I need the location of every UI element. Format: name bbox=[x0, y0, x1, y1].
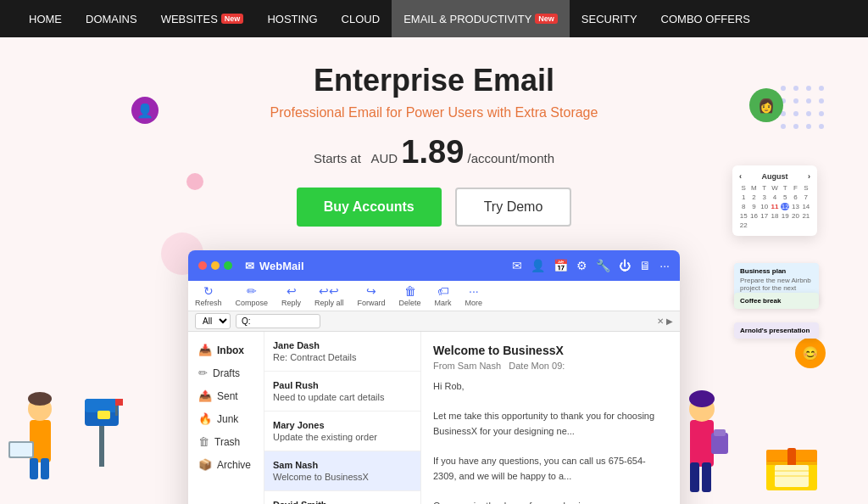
nav-websites[interactable]: WEBSITES New bbox=[149, 0, 256, 37]
avatar-purple: 👤 bbox=[131, 97, 159, 124]
svg-point-1 bbox=[793, 86, 798, 91]
hero-title: Enterprise Email bbox=[17, 63, 851, 98]
nav-home[interactable]: HOME bbox=[17, 0, 74, 37]
svg-rect-26 bbox=[97, 411, 110, 419]
webmail-icon: ✉ bbox=[245, 260, 254, 272]
cta-buttons: Buy Accounts Try Demo bbox=[17, 188, 851, 227]
price-amount: 1.89 bbox=[401, 134, 464, 170]
email-item-4[interactable]: David Smith bbox=[264, 491, 420, 504]
nav-combo-offers[interactable]: COMBO OFFERS bbox=[649, 0, 762, 37]
nav-security[interactable]: SECURITY bbox=[570, 0, 649, 37]
sender-name: Mary Jones bbox=[273, 420, 412, 430]
mark-icon: 🏷 bbox=[437, 284, 449, 298]
sender-name: Jane Dash bbox=[273, 340, 412, 350]
sender-name: Sam Nash bbox=[273, 460, 412, 470]
inbox-icon: 📥 bbox=[198, 344, 212, 356]
search-input[interactable] bbox=[236, 314, 320, 328]
svg-rect-25 bbox=[85, 399, 119, 412]
email-item-2[interactable]: Mary Jones Update the existing order bbox=[264, 412, 420, 451]
svg-rect-32 bbox=[690, 462, 699, 492]
email-item-1[interactable]: Paul Rush Need to update cart details bbox=[264, 372, 420, 412]
gift-illustration bbox=[762, 441, 821, 496]
cal-next[interactable]: › bbox=[808, 172, 810, 181]
more-icon: ··· bbox=[659, 259, 670, 272]
person-left-illustration bbox=[8, 373, 81, 487]
titlebar: ✉ WebMail ✉ 👤 📅 ⚙ 🔧 ⏻ 🖥 ··· bbox=[188, 250, 680, 281]
svg-point-10 bbox=[806, 111, 811, 116]
email-body: Hi Rob, Let me take this opportunity to … bbox=[433, 379, 668, 504]
nav-domains[interactable]: DOMAINS bbox=[74, 0, 149, 37]
titlebar-icons: ✉ 👤 📅 ⚙ 🔧 ⏻ 🖥 ··· bbox=[512, 259, 670, 272]
cal-prev[interactable]: ‹ bbox=[739, 172, 742, 181]
sidebar-trash[interactable]: 🗑 Trash bbox=[188, 430, 264, 453]
websites-badge: New bbox=[221, 14, 244, 24]
svg-rect-22 bbox=[10, 443, 32, 456]
nav-hosting[interactable]: HOSTING bbox=[255, 0, 329, 37]
mail-body: 📥 Inbox ✏ Drafts 📤 Sent 🔥 Junk bbox=[188, 332, 680, 504]
sidebar-junk[interactable]: 🔥 Junk bbox=[188, 407, 264, 430]
email-subject: Need to update cart details bbox=[273, 392, 412, 402]
svg-point-15 bbox=[819, 124, 824, 129]
email-content-meta: From Sam Nash Date Mon 09: bbox=[433, 361, 668, 371]
avatar-green: 👩 bbox=[749, 88, 783, 122]
email-subject: Update the existing order bbox=[273, 432, 412, 442]
nav-email-productivity[interactable]: EMAIL & PRODUCTIVITY New bbox=[392, 0, 570, 37]
search-bar: All ✕ ▶ bbox=[188, 311, 680, 332]
forward-btn[interactable]: ↪ Forward bbox=[358, 284, 386, 307]
try-demo-button[interactable]: Try Demo bbox=[455, 188, 572, 227]
dot-red bbox=[198, 261, 207, 270]
svg-rect-23 bbox=[99, 424, 104, 467]
email-item-0[interactable]: Jane Dash Re: Contract Details bbox=[264, 332, 420, 372]
mark-btn[interactable]: 🏷 Mark bbox=[435, 284, 452, 307]
sidebar-inbox[interactable]: 📥 Inbox bbox=[188, 339, 264, 361]
svg-point-3 bbox=[819, 86, 824, 91]
email-date: Mon 09: bbox=[531, 361, 565, 371]
reply-all-btn[interactable]: ↩↩ Reply all bbox=[314, 284, 344, 307]
svg-rect-29 bbox=[690, 420, 714, 467]
compose-btn[interactable]: ✏ Compose bbox=[236, 284, 269, 307]
mail-toolbar: ↻ Refresh ✏ Compose ↩ Reply ↩↩ Reply all… bbox=[188, 281, 680, 311]
dot-green bbox=[224, 261, 232, 270]
svg-point-5 bbox=[793, 98, 798, 104]
forward-icon: ↪ bbox=[366, 284, 376, 298]
svg-point-6 bbox=[806, 98, 811, 104]
buy-accounts-button[interactable]: Buy Accounts bbox=[297, 188, 442, 227]
search-close[interactable]: ✕ ▶ bbox=[657, 316, 673, 326]
sent-icon: 📤 bbox=[198, 389, 212, 402]
nav-cloud[interactable]: CLOUD bbox=[330, 0, 392, 37]
refresh-btn[interactable]: ↻ Refresh bbox=[195, 284, 222, 307]
navbar: HOME DOMAINS WEBSITES New HOSTING CLOUD … bbox=[0, 0, 868, 37]
sidebar-sent[interactable]: 📤 Sent bbox=[188, 384, 264, 407]
svg-rect-19 bbox=[30, 458, 38, 479]
delete-btn[interactable]: 🗑 Delete bbox=[399, 284, 421, 307]
dots-decoration bbox=[775, 80, 834, 143]
email-content-subject: Welcome to BusinessX bbox=[433, 344, 668, 357]
compose-icon: ✏ bbox=[247, 284, 257, 298]
email-item-3[interactable]: Sam Nash Welcome to BusinessX bbox=[264, 451, 420, 491]
email-badge: New bbox=[535, 14, 558, 24]
calendar-icon: 📅 bbox=[554, 259, 568, 272]
reply-icon: ↩ bbox=[287, 284, 297, 298]
titlebar-label: ✉ WebMail bbox=[245, 260, 304, 272]
deco-pink bbox=[186, 173, 203, 190]
svg-point-0 bbox=[781, 86, 786, 91]
calendar-widget: ‹ August › S M T W T F S 1 2 3 4 5 6 7 8… bbox=[732, 165, 817, 236]
svg-point-12 bbox=[781, 124, 786, 129]
reply-btn[interactable]: ↩ Reply bbox=[281, 284, 301, 307]
email-subject: Re: Contract Details bbox=[273, 352, 412, 362]
svg-point-13 bbox=[793, 124, 798, 129]
svg-point-18 bbox=[28, 392, 52, 406]
sidebar-archive[interactable]: 📦 Archive bbox=[188, 453, 264, 476]
svg-point-9 bbox=[793, 111, 798, 116]
calendar-header: ‹ August › bbox=[739, 172, 810, 181]
settings-icon: ⚙ bbox=[576, 259, 587, 272]
archive-icon: 📦 bbox=[198, 458, 212, 471]
sidebar-drafts[interactable]: ✏ Drafts bbox=[188, 361, 264, 384]
starts-at: Starts at bbox=[314, 151, 361, 165]
svg-point-2 bbox=[806, 86, 811, 91]
from-name: Sam Nash bbox=[458, 361, 501, 371]
search-scope-select[interactable]: All bbox=[195, 313, 231, 329]
card-arnold: Arnold's presentation bbox=[734, 322, 819, 339]
more-btn[interactable]: ··· More bbox=[465, 284, 483, 307]
avatar-orange: 😊 bbox=[795, 338, 826, 368]
